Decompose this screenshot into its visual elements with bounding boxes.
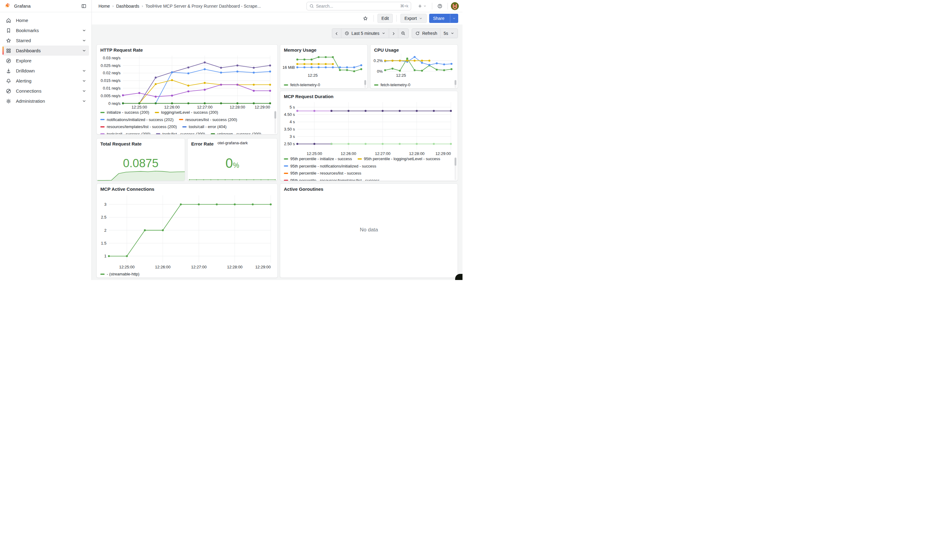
refresh-button[interactable]: Refresh	[412, 29, 440, 38]
error-rate-sparkline[interactable]	[188, 176, 277, 180]
sidebar-item-explore[interactable]: Explore	[3, 56, 89, 66]
legend-item[interactable]: 95th percentile - logging/setLevel - suc…	[358, 156, 440, 161]
chevron-down-icon[interactable]	[82, 48, 87, 53]
sidebar-item-administration[interactable]: Administration	[3, 96, 89, 106]
chevron-down-icon[interactable]	[82, 89, 87, 93]
refresh-interval-picker[interactable]: 5s	[440, 29, 458, 38]
svg-text:0 req/s: 0 req/s	[108, 101, 121, 106]
legend-row: fetch-telemetry-0	[284, 83, 363, 87]
legend-item[interactable]: tools/list - success (200)	[156, 132, 205, 135]
legend-label: 95th percentile - initialize - success	[290, 156, 352, 161]
legend-label: notifications/initialized - success (202…	[107, 117, 173, 122]
legend-item[interactable]: logging/setLevel - success (200)	[155, 110, 218, 115]
sidebar-item-label: Alerting	[16, 78, 82, 83]
time-shift-forward-button[interactable]	[389, 29, 398, 38]
http-request-rate-chart[interactable]: 0 req/s0.005 req/s0.01 req/s0.015 req/s0…	[98, 53, 276, 110]
panel-total-request-rate: Total Request Rate 0.0875	[96, 138, 185, 181]
legend-item[interactable]: 95th percentile - notifications/initiali…	[284, 164, 376, 168]
share-label[interactable]: Share	[429, 14, 448, 23]
chevron-left-icon	[334, 31, 339, 36]
svg-text:12:26:00: 12:26:00	[155, 265, 171, 269]
svg-text:12:25:00: 12:25:00	[119, 265, 135, 269]
cpu-usage-chart[interactable]: 0.2%0%12:25	[372, 51, 456, 78]
chevron-down-icon[interactable]	[82, 28, 87, 33]
legend-item[interactable]: tools/call - error (404)	[182, 125, 227, 129]
sidebar-item-starred[interactable]: Starred	[3, 36, 89, 45]
sidebar-item-home[interactable]: Home	[3, 15, 89, 26]
legend-swatch-icon	[284, 84, 288, 86]
refresh-icon	[415, 31, 420, 36]
legend-item[interactable]: tools/call - success (200)	[100, 132, 151, 135]
search-box[interactable]: ⌘+k	[306, 2, 411, 11]
sidebar-item-label: Bookmarks	[16, 28, 82, 33]
svg-text:12:26:00: 12:26:00	[164, 105, 180, 110]
panel-title: HTTP Request Rate	[96, 45, 277, 53]
panel-active-goroutines: Active Goroutines No data	[280, 183, 458, 278]
svg-text:12:25: 12:25	[308, 73, 318, 78]
sidebar-item-label: Dashboards	[16, 48, 82, 53]
breadcrumb-item-dashboards[interactable]: Dashboards	[116, 4, 140, 9]
avatar[interactable]	[451, 2, 459, 10]
time-shift-back-button[interactable]	[332, 29, 341, 38]
legend-scrollbar[interactable]	[455, 80, 456, 85]
legend-item[interactable]: fetch-telemetry-0	[284, 83, 320, 87]
help-button[interactable]	[435, 2, 444, 11]
sidebar-item-label: Administration	[16, 98, 82, 104]
sidebar-item-dashboards[interactable]: Dashboards	[3, 45, 89, 56]
panel-title: MCP Request Duration	[280, 91, 458, 99]
edit-button[interactable]: Edit	[377, 14, 393, 23]
search-input[interactable]	[316, 4, 398, 9]
export-button[interactable]: Export	[401, 14, 426, 23]
sidebar-item-drilldown[interactable]: Drilldown	[3, 66, 89, 76]
svg-text:0.025 req/s: 0.025 req/s	[101, 63, 121, 68]
chevron-down-icon[interactable]	[82, 78, 87, 83]
share-menu-button[interactable]	[450, 14, 458, 23]
legend-item[interactable]: 95th percentile - resources/list - succe…	[284, 171, 361, 176]
chevron-down-icon	[419, 17, 423, 21]
http-request-rate-svg: 0 req/s0.005 req/s0.01 req/s0.015 req/s0…	[98, 53, 276, 110]
panel-title: Total Request Rate	[96, 138, 185, 146]
legend-scrollbar[interactable]	[274, 111, 276, 119]
legend-item[interactable]: resources/list - success (200)	[179, 117, 237, 122]
legend-row: tools/call - success (200)tools/list - s…	[100, 132, 273, 135]
grafana-logo-icon	[4, 3, 11, 9]
legend-item[interactable]: initialize - success (200)	[100, 110, 149, 115]
svg-text:1: 1	[104, 254, 107, 258]
favorite-button[interactable]	[361, 14, 370, 23]
chevron-down-icon[interactable]	[82, 38, 87, 43]
legend-item[interactable]: - (streamable-http)	[100, 272, 140, 276]
legend-item[interactable]: notifications/initialized - success (202…	[100, 117, 173, 122]
dashboard-canvas: Last 5 minutes Refresh 5s	[92, 24, 462, 280]
mcp-active-connections-chart[interactable]: 11.522.5312:25:0012:26:0012:27:0012:28:0…	[98, 192, 276, 270]
chevron-right-icon	[391, 31, 396, 36]
legend-item[interactable]: unknown - success (200)	[211, 132, 262, 135]
share-button[interactable]: Share	[429, 14, 458, 23]
sidebar-item-connections[interactable]: Connections	[3, 86, 89, 96]
memory-usage-chart[interactable]: 16 MiB12:25	[282, 51, 366, 78]
sidebar-item-alerting[interactable]: Alerting	[3, 76, 89, 86]
export-label: Export	[404, 16, 417, 21]
add-button[interactable]	[416, 2, 429, 11]
time-range-picker[interactable]: Last 5 minutes	[341, 29, 389, 38]
legend-item[interactable]: 95th percentile - initialize - success	[284, 156, 352, 161]
legend-scrollbar[interactable]	[455, 158, 456, 166]
chevron-down-icon[interactable]	[82, 99, 87, 104]
chevron-down-icon[interactable]	[82, 69, 87, 74]
breadcrumb-item-toolhive-mcp-server-proxy-runn: ToolHive MCP Server & Proxy Runner Dashb…	[146, 4, 261, 9]
chevron-down-icon	[381, 31, 386, 36]
legend-item[interactable]: fetch-telemetry-0	[374, 83, 410, 87]
legend-label: logging/setLevel - success (200)	[161, 110, 218, 115]
sidebar-item-bookmarks[interactable]: Bookmarks	[3, 26, 89, 36]
sidebar-toggle-button[interactable]	[79, 2, 88, 11]
legend-scrollbar[interactable]	[364, 80, 366, 85]
breadcrumb-item-home[interactable]: Home	[98, 4, 110, 9]
legend-swatch-icon	[211, 133, 215, 134]
svg-text:12:27:00: 12:27:00	[375, 151, 391, 156]
zoom-out-button[interactable]	[398, 29, 408, 38]
svg-text:12:27:00: 12:27:00	[197, 105, 212, 110]
legend-item[interactable]: resources/templates/list - success (200)	[100, 125, 177, 129]
divider	[447, 3, 448, 9]
legend-item[interactable]: 95th percentile - resources/templates/li…	[284, 178, 380, 181]
mcp-request-duration-chart[interactable]: 5 s4.50 s4 s3.50 s3 s2.50 s12:25:0012:26…	[282, 99, 456, 156]
error-rate-sparkline-svg	[188, 176, 277, 180]
